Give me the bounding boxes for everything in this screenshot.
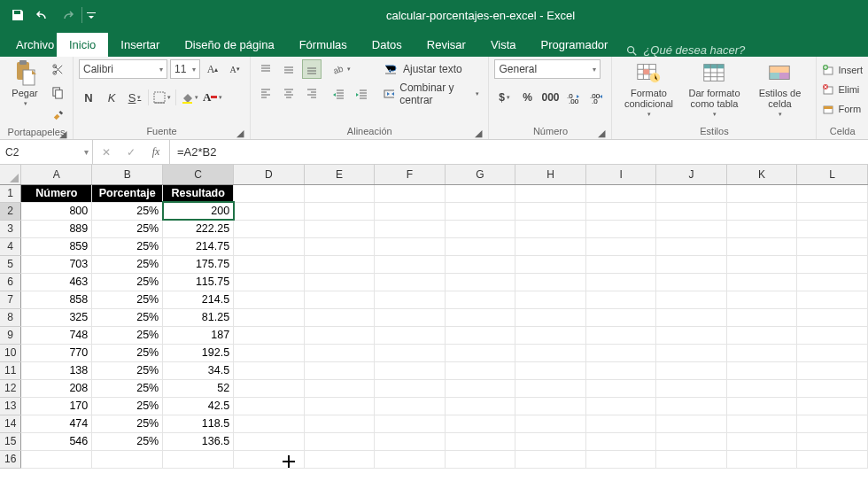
row-header-5[interactable]: 5 [0, 255, 21, 273]
cell-I11[interactable] [585, 361, 656, 379]
cell-E12[interactable] [304, 379, 375, 397]
col-header-G[interactable]: G [445, 165, 515, 184]
cell-D14[interactable] [234, 415, 305, 432]
cell-D2[interactable] [234, 202, 305, 220]
delete-cells-button[interactable]: Elimi [822, 81, 859, 98]
fx-button[interactable]: fx [148, 144, 164, 160]
row-header-8[interactable]: 8 [0, 308, 21, 326]
cell-B11[interactable]: 25% [92, 361, 163, 379]
cell-A13[interactable]: 170 [21, 397, 92, 415]
cell-J9[interactable] [656, 326, 727, 344]
cell-D11[interactable] [234, 361, 305, 379]
cell-K10[interactable] [726, 344, 797, 361]
increase-font-button[interactable]: A▴ [203, 59, 222, 79]
cell-L14[interactable] [797, 415, 868, 432]
name-box[interactable]: ▾ [0, 140, 93, 164]
cell-B12[interactable]: 25% [92, 379, 163, 397]
row-header-15[interactable]: 15 [0, 432, 21, 450]
cell-E6[interactable] [304, 273, 375, 291]
cell-C12[interactable]: 52 [163, 379, 234, 397]
row-header-1[interactable]: 1 [0, 184, 21, 202]
cell-K5[interactable] [726, 255, 797, 273]
col-header-A[interactable]: A [21, 165, 92, 184]
cell-J15[interactable] [656, 432, 727, 450]
cell-J14[interactable] [656, 415, 727, 432]
cell-C3[interactable]: 222.25 [163, 220, 234, 237]
cell-C15[interactable]: 136.5 [163, 432, 234, 450]
cell-C7[interactable]: 214.5 [163, 291, 234, 308]
cell-L15[interactable] [797, 432, 868, 450]
cell-L7[interactable] [797, 291, 868, 308]
cell-K9[interactable] [726, 326, 797, 344]
orientation-button[interactable]: ab▾ [329, 59, 353, 79]
col-header-I[interactable]: I [585, 165, 656, 184]
cell-styles-button[interactable]: Estilos de celda▾ [748, 59, 810, 118]
col-header-J[interactable]: J [656, 165, 727, 184]
cell-L1[interactable] [797, 184, 868, 202]
cell-C8[interactable]: 81.25 [163, 308, 234, 326]
cell-G15[interactable] [445, 432, 515, 450]
cell-D15[interactable] [234, 432, 305, 450]
select-all-button[interactable] [0, 165, 21, 184]
cell-E13[interactable] [304, 397, 375, 415]
cell-A8[interactable]: 325 [21, 308, 92, 326]
cell-J10[interactable] [656, 344, 727, 361]
row-header-9[interactable]: 9 [0, 326, 21, 344]
cell-H2[interactable] [515, 202, 586, 220]
cell-J1[interactable] [656, 184, 727, 202]
format-painter-button[interactable] [48, 105, 67, 125]
align-top-button[interactable] [256, 59, 275, 79]
cell-I9[interactable] [585, 326, 656, 344]
cell-D6[interactable] [234, 273, 305, 291]
paste-button[interactable]: Pegar ▾ [5, 59, 44, 107]
cell-B5[interactable]: 25% [92, 255, 163, 273]
cell-A9[interactable]: 748 [21, 326, 92, 344]
cell-F11[interactable] [375, 361, 446, 379]
cell-I4[interactable] [585, 237, 656, 255]
cell-L4[interactable] [797, 237, 868, 255]
cell-B6[interactable]: 25% [92, 273, 163, 291]
cell-I14[interactable] [585, 415, 656, 432]
font-name-select[interactable]: Calibri▾ [79, 59, 167, 79]
cell-E1[interactable] [304, 184, 375, 202]
cell-H14[interactable] [515, 415, 586, 432]
thousands-button[interactable]: 000 [540, 88, 560, 107]
cell-I5[interactable] [585, 255, 656, 273]
cancel-formula-button[interactable]: ✕ [98, 144, 114, 160]
cell-B13[interactable]: 25% [92, 397, 163, 415]
col-header-F[interactable]: F [375, 165, 446, 184]
cell-G3[interactable] [445, 220, 515, 237]
cell-L16[interactable] [797, 450, 868, 468]
cell-B14[interactable]: 25% [92, 415, 163, 432]
cell-A4[interactable]: 859 [21, 237, 92, 255]
cell-H15[interactable] [515, 432, 586, 450]
cell-H1[interactable] [515, 184, 586, 202]
row-header-16[interactable]: 16 [0, 450, 21, 468]
chevron-down-icon[interactable]: ▾ [84, 147, 89, 157]
row-header-7[interactable]: 7 [0, 291, 21, 308]
cell-G1[interactable] [445, 184, 515, 202]
cell-G11[interactable] [445, 361, 515, 379]
cell-G2[interactable] [445, 202, 515, 220]
cell-F14[interactable] [375, 415, 446, 432]
cell-C1[interactable]: Resultado [163, 184, 234, 202]
cell-E16[interactable] [304, 450, 375, 468]
cell-A10[interactable]: 770 [21, 344, 92, 361]
tab-data[interactable]: Datos [360, 33, 415, 57]
format-as-table-button[interactable]: Dar formato como tabla▾ [683, 59, 745, 118]
cell-E15[interactable] [304, 432, 375, 450]
cell-A5[interactable]: 703 [21, 255, 92, 273]
cell-G5[interactable] [445, 255, 515, 273]
row-header-11[interactable]: 11 [0, 361, 21, 379]
cell-G14[interactable] [445, 415, 515, 432]
cell-A3[interactable]: 889 [21, 220, 92, 237]
cell-E5[interactable] [304, 255, 375, 273]
cell-I1[interactable] [585, 184, 656, 202]
cell-F6[interactable] [375, 273, 446, 291]
tab-home[interactable]: Inicio [57, 33, 108, 57]
cell-J3[interactable] [656, 220, 727, 237]
cell-H9[interactable] [515, 326, 586, 344]
format-cells-button[interactable]: Form [822, 100, 861, 118]
cell-D16[interactable] [234, 450, 305, 468]
cell-H5[interactable] [515, 255, 586, 273]
